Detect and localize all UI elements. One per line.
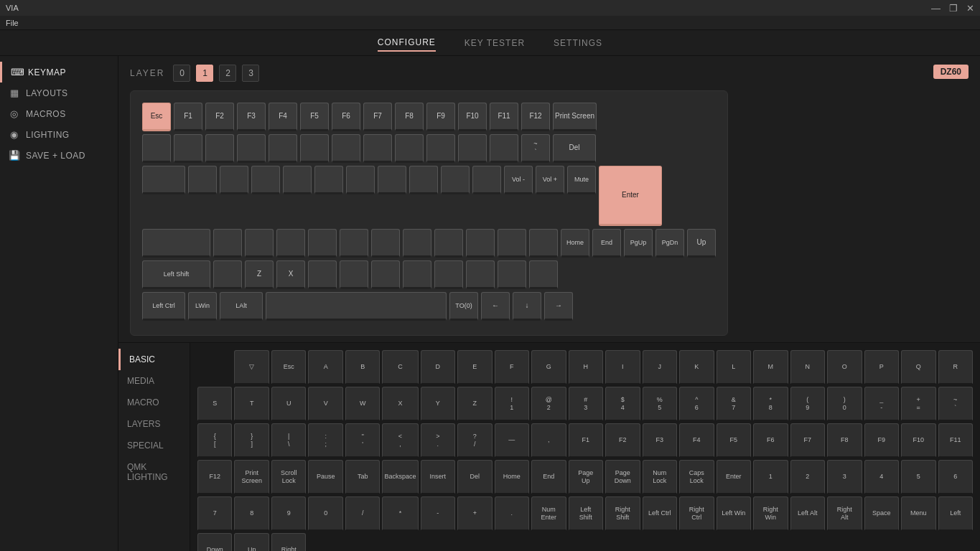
- key-equals[interactable]: [490, 134, 518, 163]
- grid-key-68[interactable]: Backspace: [382, 460, 418, 494]
- grid-key-29[interactable]: ! 1: [495, 387, 530, 421]
- grid-key-99[interactable]: Right Win: [753, 496, 788, 531]
- grid-key-61[interactable]: F10: [901, 423, 936, 458]
- grid-key-36[interactable]: * 8: [753, 387, 788, 421]
- key-w[interactable]: [220, 166, 248, 194]
- grid-key-35[interactable]: & 7: [717, 387, 752, 421]
- grid-key-85[interactable]: 8: [234, 496, 269, 531]
- key-vol-plus[interactable]: Vol +: [536, 166, 564, 194]
- key-f10[interactable]: F10: [458, 103, 487, 131]
- key-down-arr[interactable]: ↓: [513, 292, 541, 321]
- grid-key-25[interactable]: W: [345, 387, 381, 421]
- key-tilde[interactable]: ~`: [521, 134, 550, 163]
- ks-media[interactable]: MEDIA: [118, 370, 190, 392]
- grid-key-28[interactable]: Z: [457, 387, 493, 421]
- grid-key-74[interactable]: Page Down: [605, 460, 640, 494]
- grid-key-54[interactable]: F3: [643, 423, 678, 458]
- ks-special[interactable]: SPECIAL: [118, 435, 190, 456]
- layer-3-button[interactable]: 3: [242, 65, 259, 82]
- key-t[interactable]: [314, 166, 343, 194]
- grid-key-104[interactable]: Left: [938, 496, 973, 531]
- grid-key-83[interactable]: 6: [938, 460, 973, 494]
- grid-key-49[interactable]: ? /: [457, 423, 493, 458]
- grid-key-89[interactable]: *: [382, 496, 418, 531]
- grid-key-107[interactable]: Right: [271, 533, 307, 551]
- ks-macro[interactable]: MACRO: [118, 392, 190, 413]
- grid-key-63[interactable]: F12: [197, 460, 232, 494]
- key-vol-minus[interactable]: Vol -: [504, 166, 533, 194]
- key-j[interactable]: [403, 229, 431, 258]
- file-menu[interactable]: File: [6, 19, 19, 27]
- key-lwin[interactable]: LWin: [188, 292, 217, 321]
- key-num5[interactable]: [269, 134, 297, 163]
- sidebar-item-lighting[interactable]: ◉ LIGHTING: [0, 124, 118, 145]
- key-slash[interactable]: [529, 260, 558, 289]
- grid-key-10[interactable]: H: [569, 350, 603, 385]
- key-lalt[interactable]: LAlt: [220, 292, 263, 321]
- key-v[interactable]: [340, 260, 368, 289]
- grid-key-34[interactable]: ^ 6: [679, 387, 714, 421]
- grid-key-19[interactable]: Q: [901, 350, 936, 385]
- grid-key-46[interactable]: " ': [345, 423, 381, 458]
- grid-key-37[interactable]: ( 9: [790, 387, 826, 421]
- sidebar-item-keymap[interactable]: ⌨ KEYMAP: [0, 62, 118, 83]
- grid-key-79[interactable]: 2: [790, 460, 826, 494]
- grid-key-95[interactable]: Right Shift: [605, 496, 640, 531]
- grid-key-30[interactable]: @ 2: [531, 387, 566, 421]
- key-period[interactable]: [498, 260, 526, 289]
- key-b[interactable]: [371, 260, 400, 289]
- grid-key-92[interactable]: .: [495, 496, 530, 531]
- key-r[interactable]: [283, 166, 312, 194]
- grid-key-7[interactable]: E: [457, 350, 493, 385]
- grid-key-93[interactable]: Num Enter: [531, 496, 566, 531]
- key-h[interactable]: [371, 229, 400, 258]
- key-minus[interactable]: [458, 134, 487, 163]
- grid-key-86[interactable]: 9: [271, 496, 307, 531]
- grid-key-45[interactable]: : ;: [308, 423, 343, 458]
- key-c[interactable]: [308, 260, 337, 289]
- grid-key-27[interactable]: Y: [421, 387, 456, 421]
- grid-key-48[interactable]: > .: [421, 423, 456, 458]
- key-quote[interactable]: [529, 229, 558, 258]
- key-q[interactable]: [188, 166, 217, 194]
- key-to0[interactable]: TO(0): [449, 292, 478, 321]
- key-n[interactable]: [403, 260, 431, 289]
- grid-key-88[interactable]: /: [345, 496, 381, 531]
- maximize-button[interactable]: ❐: [949, 3, 958, 14]
- key-x[interactable]: X: [276, 260, 305, 289]
- key-end[interactable]: End: [592, 229, 621, 258]
- grid-key-12[interactable]: J: [643, 350, 678, 385]
- key-u[interactable]: [378, 166, 406, 194]
- grid-key-6[interactable]: D: [421, 350, 456, 385]
- grid-key-70[interactable]: Del: [457, 460, 493, 494]
- key-m[interactable]: [434, 260, 463, 289]
- key-f1[interactable]: F1: [174, 103, 202, 131]
- key-up[interactable]: Up: [687, 229, 716, 258]
- key-mute[interactable]: Mute: [567, 166, 596, 194]
- close-button[interactable]: ✕: [966, 3, 974, 14]
- grid-key-64[interactable]: Print Screen: [234, 460, 269, 494]
- grid-key-56[interactable]: F5: [717, 423, 752, 458]
- key-o[interactable]: [441, 166, 470, 194]
- grid-key-21[interactable]: S: [197, 387, 232, 421]
- key-home[interactable]: Home: [561, 229, 589, 258]
- sidebar-item-macros[interactable]: ◎ MACROS: [0, 103, 118, 124]
- grid-key-76[interactable]: Caps Lock: [679, 460, 714, 494]
- layer-0-button[interactable]: 0: [173, 65, 190, 82]
- key-num8[interactable]: [363, 134, 392, 163]
- grid-key-24[interactable]: V: [308, 387, 343, 421]
- key-del[interactable]: Del: [553, 134, 596, 163]
- grid-key-55[interactable]: F4: [679, 423, 714, 458]
- key-g[interactable]: [340, 229, 368, 258]
- grid-key-67[interactable]: Tab: [345, 460, 381, 494]
- grid-key-15[interactable]: M: [753, 350, 788, 385]
- ks-basic[interactable]: BASIC: [118, 349, 190, 370]
- key-y[interactable]: [346, 166, 375, 194]
- grid-key-44[interactable]: | \: [271, 423, 307, 458]
- grid-key-91[interactable]: +: [457, 496, 493, 531]
- key-num0[interactable]: [426, 134, 455, 163]
- grid-key-53[interactable]: F2: [605, 423, 640, 458]
- grid-key-13[interactable]: K: [679, 350, 714, 385]
- grid-key-50[interactable]: —: [495, 423, 530, 458]
- grid-key-84[interactable]: 7: [197, 496, 232, 531]
